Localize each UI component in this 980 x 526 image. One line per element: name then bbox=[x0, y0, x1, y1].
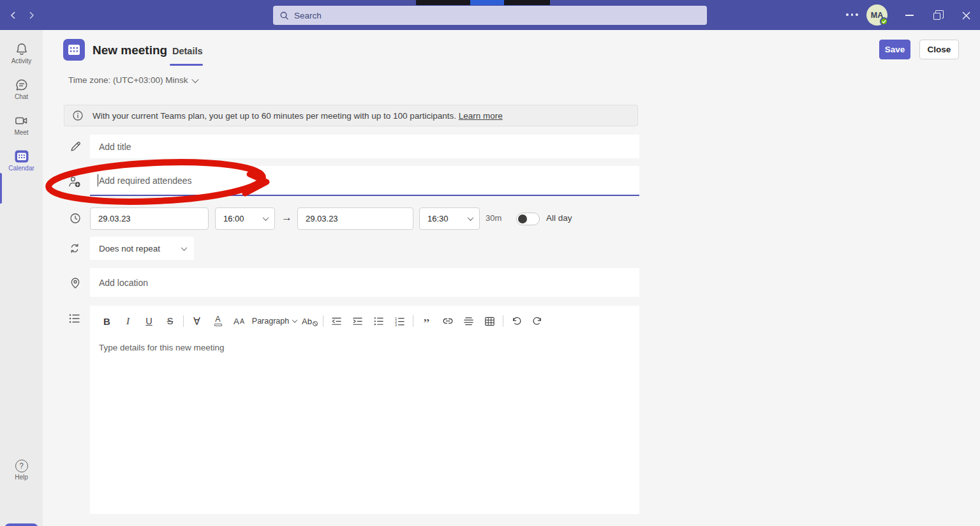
sidebar-item-activity[interactable]: Activity bbox=[0, 36, 43, 70]
paragraph-style-dropdown[interactable]: Paragraph bbox=[249, 312, 299, 330]
undo-button[interactable] bbox=[506, 312, 527, 330]
font-size-button[interactable]: A A bbox=[228, 312, 249, 330]
text-cursor bbox=[98, 174, 98, 186]
link-icon bbox=[442, 315, 454, 327]
end-time-dropdown[interactable]: 16:30 bbox=[419, 207, 480, 230]
plan-info-banner: With your current Teams plan, you get up… bbox=[64, 105, 638, 126]
end-date-input[interactable]: 29.03.23 bbox=[297, 207, 413, 230]
all-day-label: All day bbox=[546, 213, 572, 223]
strikethrough-button[interactable]: S bbox=[160, 312, 181, 330]
forward-button[interactable] bbox=[24, 8, 38, 22]
timezone-dropdown[interactable]: Time zone: (UTC+03:00) Minsk bbox=[68, 75, 198, 85]
table-icon bbox=[484, 315, 496, 327]
font-color-button[interactable]: A bbox=[207, 312, 228, 330]
sidebar-item-calendar[interactable]: Calendar bbox=[0, 144, 43, 177]
italic-button[interactable]: I bbox=[117, 312, 138, 330]
bullet-list-button[interactable] bbox=[368, 312, 389, 330]
redaction-block bbox=[416, 0, 470, 5]
numbered-list-icon: 1 2 3 bbox=[394, 315, 406, 327]
teams-app-window: Search MA Activity bbox=[0, 0, 980, 526]
app-sidebar: Activity Chat Meet Calenda bbox=[0, 30, 43, 526]
font-size-icon: A bbox=[240, 317, 244, 325]
location-pin-icon bbox=[70, 277, 81, 289]
chevron-down-icon bbox=[468, 214, 474, 221]
redo-button[interactable] bbox=[527, 312, 548, 330]
svg-text:3: 3 bbox=[395, 323, 397, 327]
mobile-app-button[interactable] bbox=[4, 523, 38, 526]
meeting-details-editor[interactable]: B I U S ∀ A A A Paragraph Ab bbox=[90, 306, 639, 514]
sidebar-item-label: Activity bbox=[11, 57, 32, 64]
sidebar-item-meet[interactable]: Meet bbox=[0, 108, 43, 141]
tab-details[interactable]: Details bbox=[172, 46, 203, 56]
outdent-icon bbox=[330, 315, 343, 327]
location-input[interactable] bbox=[90, 268, 639, 297]
indent-button[interactable] bbox=[347, 312, 368, 330]
attendees-placeholder: Add required attendees bbox=[99, 176, 192, 186]
close-button[interactable]: Close bbox=[919, 40, 959, 59]
active-indicator bbox=[0, 173, 2, 204]
bold-button[interactable]: B bbox=[96, 312, 117, 330]
toggle-knob bbox=[518, 214, 527, 223]
redaction-block bbox=[470, 0, 504, 5]
pencil-icon bbox=[70, 140, 82, 153]
toolbar-divider bbox=[183, 315, 184, 327]
outdent-button[interactable] bbox=[326, 312, 347, 330]
back-button[interactable] bbox=[6, 8, 20, 22]
banner-text: With your current Teams plan, you get up… bbox=[93, 111, 456, 121]
chevron-down-icon bbox=[192, 75, 199, 82]
search-placeholder: Search bbox=[294, 11, 322, 20]
repeat-value: Does not repeat bbox=[99, 244, 160, 253]
sidebar-item-label: Calendar bbox=[8, 165, 34, 172]
chevron-left-icon bbox=[9, 11, 18, 20]
insert-table-button[interactable] bbox=[479, 312, 500, 330]
duration-label: 30m bbox=[486, 213, 501, 223]
repeat-dropdown[interactable]: Does not repeat bbox=[90, 237, 194, 260]
learn-more-link[interactable]: Learn more bbox=[459, 111, 503, 121]
save-button[interactable]: Save bbox=[879, 40, 910, 59]
sidebar-item-label: Help bbox=[15, 474, 28, 481]
restore-icon bbox=[933, 13, 940, 20]
details-placeholder: Type details for this new meeting bbox=[99, 343, 225, 352]
font-color-icon: A bbox=[214, 316, 222, 326]
start-time-value: 16:00 bbox=[223, 214, 244, 223]
titlebar: Search MA bbox=[0, 0, 980, 30]
minimize-icon bbox=[905, 15, 914, 16]
required-attendees-input[interactable]: Add required attendees bbox=[90, 166, 639, 196]
align-button[interactable] bbox=[458, 312, 479, 330]
formatting-toolbar: B I U S ∀ A A A Paragraph Ab bbox=[96, 312, 548, 330]
redaction-block bbox=[504, 0, 550, 5]
slash-circle-icon bbox=[313, 321, 318, 326]
end-date-value: 29.03.23 bbox=[306, 214, 338, 223]
underline-button[interactable]: U bbox=[138, 312, 160, 330]
all-day-toggle[interactable] bbox=[516, 213, 540, 225]
highlight-button[interactable]: ∀ bbox=[186, 312, 207, 330]
start-time-dropdown[interactable]: 16:00 bbox=[215, 207, 275, 230]
title-input[interactable] bbox=[90, 135, 639, 158]
align-lines-icon bbox=[463, 315, 475, 327]
blockquote-button[interactable]: ” bbox=[416, 312, 437, 330]
video-camera-icon bbox=[14, 114, 29, 128]
timezone-label: Time zone: (UTC+03:00) Minsk bbox=[68, 75, 188, 85]
chevron-down-icon bbox=[181, 244, 188, 251]
restore-button[interactable] bbox=[930, 8, 946, 23]
end-time-value: 16:30 bbox=[427, 214, 449, 223]
search-input[interactable]: Search bbox=[273, 6, 707, 25]
numbered-list-button[interactable]: 1 2 3 bbox=[389, 312, 410, 330]
start-date-input[interactable]: 29.03.23 bbox=[90, 207, 209, 230]
sidebar-item-help[interactable]: ? Help bbox=[0, 453, 43, 486]
clear-format-button[interactable]: Ab bbox=[299, 312, 320, 330]
sidebar-item-chat[interactable]: Chat bbox=[0, 72, 43, 105]
insert-link-button[interactable] bbox=[437, 312, 458, 330]
sidebar-item-label: Chat bbox=[15, 93, 28, 100]
add-person-icon bbox=[68, 176, 82, 188]
minimize-button[interactable] bbox=[902, 8, 917, 23]
indent-icon bbox=[352, 315, 364, 327]
more-options-button[interactable] bbox=[846, 13, 858, 16]
close-window-button[interactable] bbox=[958, 8, 974, 23]
page-title: New meeting bbox=[93, 43, 167, 57]
clock-icon bbox=[70, 213, 81, 224]
font-size-icon: A bbox=[234, 317, 239, 326]
bullet-list-icon bbox=[373, 315, 385, 327]
agenda-list-icon bbox=[68, 312, 82, 325]
chevron-down-icon bbox=[292, 317, 297, 322]
